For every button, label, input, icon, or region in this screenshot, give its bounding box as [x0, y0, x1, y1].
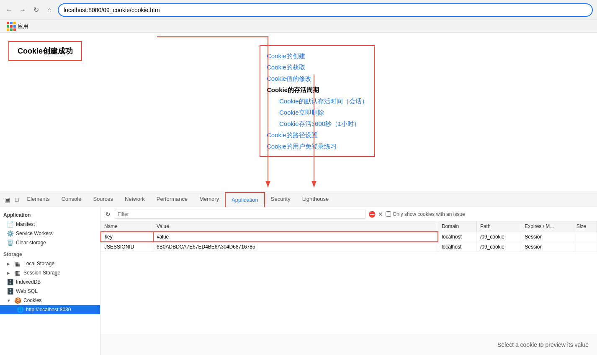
filter-issues-label[interactable]: Only show cookies with an issue — [386, 211, 465, 217]
indexeddb-icon: 🗄️ — [7, 279, 13, 285]
filter-issues-checkbox[interactable] — [386, 211, 391, 217]
tab-sources[interactable]: Sources — [87, 192, 119, 207]
cookie-table: Name Value Domain Path Expires / M... Si… — [100, 221, 597, 252]
tab-application[interactable]: Application — [225, 192, 265, 207]
sidebar-section-storage: Storage — [0, 250, 100, 259]
cookie-links-area: Cookie的创建 Cookie的获取 Cookie值的修改 Cookie的存活… — [260, 45, 375, 157]
cookie-link-delete[interactable]: Cookie立即删除 — [267, 107, 368, 118]
sidebar-item-cookies[interactable]: ▼ 🍪 Cookies — [0, 296, 100, 305]
cell-domain-jsession: localhost — [438, 242, 476, 252]
tab-performance[interactable]: Performance — [151, 192, 193, 207]
sidebar-item-session-storage-label: Session Storage — [23, 270, 60, 276]
sidebar-item-local-storage-label: Local Storage — [23, 261, 54, 267]
cookie-table-scroll: Name Value Domain Path Expires / M... Si… — [100, 221, 597, 334]
sidebar-section-application: Application — [0, 210, 100, 220]
cookie-link-modify[interactable]: Cookie值的修改 — [267, 73, 368, 84]
filter-clear-x-button[interactable]: ✕ — [378, 211, 383, 218]
cell-size-key — [573, 232, 597, 242]
home-button[interactable]: ⌂ — [44, 5, 54, 15]
tab-network[interactable]: Network — [119, 192, 151, 207]
cell-expires-jsession: Session — [521, 242, 573, 252]
main-panel: ↻ ⛔ ✕ Only show cookies with an issue Na… — [100, 207, 597, 355]
cell-domain-key: localhost — [438, 232, 476, 242]
localhost-icon: 🌐 — [17, 306, 23, 313]
sidebar-item-cookies-label: Cookies — [23, 297, 41, 303]
browser-chrome: ← → ↻ ⌂ — [0, 0, 597, 20]
sidebar-item-session-storage[interactable]: ▶ ▦ Session Storage — [0, 268, 100, 277]
session-storage-expand-icon: ▶ — [7, 271, 12, 275]
sidebar-item-web-sql[interactable]: 🗄️ Web SQL — [0, 287, 100, 296]
service-workers-icon: ⚙️ — [7, 230, 13, 237]
sidebar-item-manifest[interactable]: 📄 Manifest — [0, 220, 100, 229]
web-sql-icon: 🗄️ — [7, 288, 13, 295]
cookie-link-login[interactable]: Cookie的用户免登录练习 — [267, 141, 368, 152]
cell-path-jsession: /09_cookie — [476, 242, 521, 252]
sidebar-item-localhost[interactable]: 🌐 http://localhost:8080 — [0, 305, 100, 314]
col-name[interactable]: Name — [101, 221, 153, 232]
filter-input[interactable] — [115, 210, 366, 219]
devtools-icon-btn-2[interactable]: □ — [13, 195, 21, 205]
bookmarks-bar: 应用 — [0, 20, 597, 33]
cookie-link-3600[interactable]: Cookie存活3600秒（1小时） — [267, 118, 368, 129]
sidebar-item-clear-storage-label: Clear storage — [16, 240, 46, 246]
local-storage-icon: ▦ — [14, 260, 21, 267]
table-row[interactable]: key value localhost /09_cookie Session — [101, 232, 597, 242]
filter-bar: ↻ ⛔ ✕ Only show cookies with an issue — [100, 207, 597, 221]
sidebar-item-web-sql-label: Web SQL — [16, 288, 38, 294]
sidebar-item-local-storage[interactable]: ▶ ▦ Local Storage — [0, 259, 100, 268]
sidebar-item-service-workers-label: Service Workers — [16, 231, 53, 236]
cookies-icon: 🍪 — [14, 297, 21, 304]
sidebar-item-clear-storage[interactable]: 🗑️ Clear storage — [0, 238, 100, 247]
manifest-icon: 📄 — [7, 221, 13, 228]
col-size[interactable]: Size — [573, 221, 597, 232]
col-value[interactable]: Value — [153, 221, 438, 232]
sidebar-item-indexeddb-label: IndexedDB — [16, 279, 41, 285]
devtools-sidebar: Application 📄 Manifest ⚙️ Service Worker… — [0, 207, 100, 355]
tab-console[interactable]: Console — [56, 192, 87, 207]
col-expires[interactable]: Expires / M... — [521, 221, 573, 232]
apps-bookmark[interactable]: 应用 — [4, 21, 31, 32]
apps-label: 应用 — [18, 23, 28, 30]
clear-storage-icon: 🗑️ — [7, 239, 13, 246]
filter-block-button[interactable]: ⛔ — [368, 211, 376, 218]
cell-path-key: /09_cookie — [476, 232, 521, 242]
sidebar-item-indexeddb[interactable]: 🗄️ IndexedDB — [0, 277, 100, 287]
cookie-link-path[interactable]: Cookie的路径设置 — [267, 129, 368, 141]
tab-memory[interactable]: Memory — [193, 192, 225, 207]
cell-name-key: key — [101, 232, 153, 242]
cell-expires-key: Session — [521, 232, 573, 242]
cookie-link-default-lifetime[interactable]: Cookie的默认存活时间（会话） — [267, 95, 368, 107]
table-row[interactable]: JSESSIONID 6B0ADBDCA7E67ED4BE6A304D68716… — [101, 242, 597, 252]
cookie-link-get[interactable]: Cookie的获取 — [267, 62, 368, 73]
cell-size-jsession — [573, 242, 597, 252]
tab-lighthouse[interactable]: Lighthouse — [296, 192, 335, 207]
col-path[interactable]: Path — [476, 221, 521, 232]
address-bar[interactable] — [58, 3, 593, 17]
preview-bar: Select a cookie to preview its value — [100, 334, 597, 355]
cookie-links-box: Cookie的创建 Cookie的获取 Cookie值的修改 Cookie的存活… — [260, 45, 375, 157]
sidebar-item-service-workers[interactable]: ⚙️ Service Workers — [0, 229, 100, 238]
table-header-row: Name Value Domain Path Expires / M... Si… — [101, 221, 597, 232]
col-domain[interactable]: Domain — [438, 221, 476, 232]
session-storage-icon: ▦ — [14, 269, 21, 276]
devtools-tabs: ▣ □ Elements Console Sources Network Per… — [0, 192, 597, 207]
local-storage-expand-icon: ▶ — [7, 261, 12, 266]
cookie-lifetime-header: Cookie的存活周期 — [267, 84, 368, 95]
devtools-panel: ▣ □ Elements Console Sources Network Per… — [0, 192, 597, 355]
tab-elements[interactable]: Elements — [21, 192, 55, 207]
filter-issues-text: Only show cookies with an issue — [393, 211, 465, 217]
cookie-success-text: Cookie创建成功 — [18, 47, 73, 55]
page-content: Cookie创建成功 Cookie的创建 Cookie的获取 Cookie值的修… — [0, 33, 597, 192]
reload-button[interactable]: ↻ — [31, 5, 41, 15]
filter-refresh-button[interactable]: ↻ — [104, 210, 112, 218]
preview-text: Select a cookie to preview its value — [497, 341, 589, 348]
tab-security[interactable]: Security — [265, 192, 296, 207]
cell-value-jsession: 6B0ADBDCA7E67ED4BE6A304D68716785 — [153, 242, 438, 252]
cookie-success-box: Cookie创建成功 — [8, 41, 82, 61]
sidebar-item-localhost-label: http://localhost:8080 — [26, 307, 71, 313]
devtools-icon-btn-1[interactable]: ▣ — [2, 195, 13, 205]
devtools-body: Application 📄 Manifest ⚙️ Service Worker… — [0, 207, 597, 355]
forward-button[interactable]: → — [18, 5, 28, 15]
back-button[interactable]: ← — [4, 5, 14, 15]
cookie-link-create[interactable]: Cookie的创建 — [267, 50, 368, 62]
